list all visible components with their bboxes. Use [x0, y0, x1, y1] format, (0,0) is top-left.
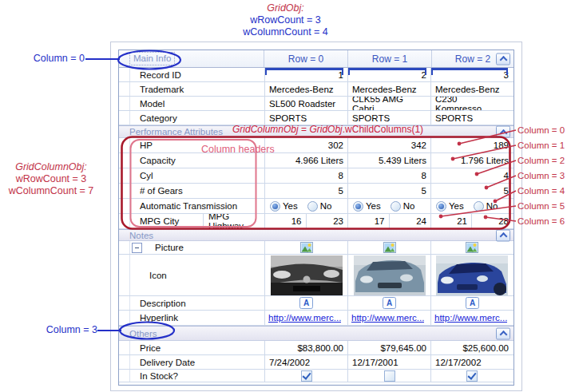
data-cell[interactable]: 4 [431, 168, 513, 183]
data-cell[interactable]: SPORTS [348, 111, 431, 125]
data-cell[interactable]: 4.966 Liters [265, 153, 348, 168]
data-cell[interactable]: A [431, 296, 513, 310]
data-cell[interactable]: http://www.merc... [348, 311, 431, 325]
data-cell[interactable] [431, 241, 513, 254]
in-stock-checkbox[interactable] [466, 370, 478, 382]
radio-yes[interactable] [436, 201, 446, 212]
radio-option: Yes [353, 201, 381, 212]
expression-member: .wChildColumns(1) [343, 124, 423, 135]
data-cell[interactable]: 8 [265, 168, 348, 183]
row-header-cell[interactable]: In Stock? [130, 370, 265, 382]
collapse-button[interactable] [496, 126, 510, 138]
grid-row: Cyl884 [119, 168, 514, 184]
section-header-notes[interactable]: Notes [119, 229, 514, 241]
data-cell[interactable]: $25,600.00 [431, 341, 513, 354]
data-cell[interactable] [348, 370, 431, 382]
data-cell[interactable]: 5 [431, 184, 513, 198]
hyperlink-link[interactable]: http://www.merc... [348, 313, 424, 323]
hyperlink-link[interactable]: http://www.merc... [265, 313, 341, 323]
row-header-cell[interactable]: Trademark [130, 82, 265, 96]
row-header-cell[interactable]: Cyl [130, 168, 265, 183]
radio-label: No [486, 201, 498, 211]
data-cell[interactable]: C230 Kompresso... [431, 97, 513, 110]
in-stock-checkbox[interactable] [301, 370, 312, 382]
row-header-cell[interactable]: Hyperlink [130, 311, 265, 325]
row-header-cell[interactable]: Description [130, 296, 265, 310]
data-cell[interactable]: Mercedes-Benz [431, 82, 513, 96]
data-cell[interactable]: 8 [348, 168, 431, 183]
split-value-cell[interactable]: 17 [348, 214, 390, 228]
data-cell[interactable]: $83,800.00 [265, 341, 348, 354]
data-cell[interactable] [265, 241, 348, 254]
data-cell[interactable]: 5 [265, 184, 348, 198]
data-cell[interactable]: 302 [265, 138, 348, 152]
data-cell[interactable]: 12/17/2001 [348, 355, 431, 369]
data-cell[interactable]: 5 [348, 184, 431, 198]
data-cell[interactable]: SL500 Roadster [265, 97, 348, 110]
row-header-cell[interactable]: MPG CityMPG Highway [130, 214, 265, 228]
expression-obj: GridColumnObj [232, 124, 299, 135]
data-cell[interactable]: 1724 [348, 214, 431, 228]
data-cell[interactable] [431, 370, 513, 382]
radio-no[interactable] [474, 201, 484, 212]
data-cell[interactable]: 189 [431, 138, 513, 152]
data-cell[interactable]: YesNo [431, 199, 513, 213]
radio-yes[interactable] [353, 201, 363, 212]
radio-no[interactable] [307, 201, 318, 212]
in-stock-checkbox[interactable] [384, 370, 395, 382]
data-cell[interactable]: $79,645.00 [348, 341, 431, 354]
data-cell[interactable]: SPORTS [431, 111, 513, 125]
split-value-cell[interactable]: 28 [472, 214, 513, 228]
row-header-cell[interactable]: Icon [130, 255, 265, 295]
collapse-button[interactable] [496, 229, 510, 241]
collapse-minus-icon[interactable] [132, 243, 142, 253]
column-header[interactable]: Row = 0 [264, 50, 347, 67]
data-cell[interactable]: 2128 [431, 214, 513, 228]
data-cell[interactable]: YesNo [348, 199, 431, 213]
radio-label: Yes [283, 201, 298, 211]
data-cell[interactable]: YesNo [265, 199, 348, 213]
data-cell[interactable]: 342 [348, 138, 431, 152]
row-header-cell[interactable]: Delivery Date [130, 355, 265, 369]
column-header[interactable]: Row = 1 [347, 50, 431, 67]
data-cell[interactable] [431, 255, 513, 295]
data-cell[interactable]: 7/24/2002 [265, 355, 348, 369]
split-value-cell[interactable]: 23 [307, 214, 348, 228]
row-header-cell[interactable]: # of Gears [130, 184, 265, 198]
data-cell[interactable]: SPORTS [265, 111, 348, 125]
data-cell[interactable]: 1.796 Liters [431, 153, 513, 168]
data-cell[interactable]: A [265, 296, 348, 310]
data-cell[interactable]: Mercedes-Benz [348, 82, 431, 96]
data-cell[interactable]: CLK55 AMG Cabri... [348, 97, 431, 110]
data-cell[interactable]: http://www.merc... [431, 311, 513, 325]
split-value-cell[interactable]: 24 [390, 214, 431, 228]
row-header-cell[interactable]: Model [130, 97, 265, 110]
hyperlink-link[interactable]: http://www.merc... [431, 313, 507, 323]
data-cell[interactable] [265, 255, 348, 295]
data-cell[interactable]: http://www.merc... [265, 311, 348, 325]
row-header-cell[interactable]: Picture [130, 241, 265, 254]
split-value-cell[interactable]: 21 [431, 214, 472, 228]
data-cell[interactable]: Mercedes-Benz [265, 82, 348, 96]
collapse-button[interactable] [496, 327, 510, 339]
data-cell[interactable] [348, 255, 431, 295]
row-header-cell[interactable]: Automatic Transmission [130, 199, 265, 213]
data-cell[interactable]: A [348, 296, 431, 310]
section-header-others[interactable]: Others [119, 326, 514, 341]
radio-yes[interactable] [270, 201, 280, 212]
data-cell[interactable] [265, 370, 348, 382]
row-header-cell[interactable]: Price [130, 341, 265, 354]
radio-no[interactable] [391, 201, 401, 212]
row-header-cell[interactable]: Record ID [130, 68, 265, 81]
main-info-corner[interactable]: Main Info [119, 50, 264, 67]
data-cell[interactable]: 12/17/2002 [431, 355, 513, 369]
steel-blue-car-photo [354, 255, 426, 295]
split-value-cell[interactable]: 16 [265, 214, 307, 228]
row-header-cell[interactable]: Category [130, 111, 265, 125]
data-cell[interactable]: 5.439 Liters [348, 153, 431, 168]
data-cell[interactable] [348, 241, 431, 254]
column-callout-label: Column = 6 [517, 216, 570, 226]
collapse-button[interactable] [496, 53, 510, 65]
screenshot-canvas: GridObj: wRowCount = 3 wColumnCount = 4 … [0, 0, 571, 392]
data-cell[interactable]: 1623 [265, 214, 348, 228]
